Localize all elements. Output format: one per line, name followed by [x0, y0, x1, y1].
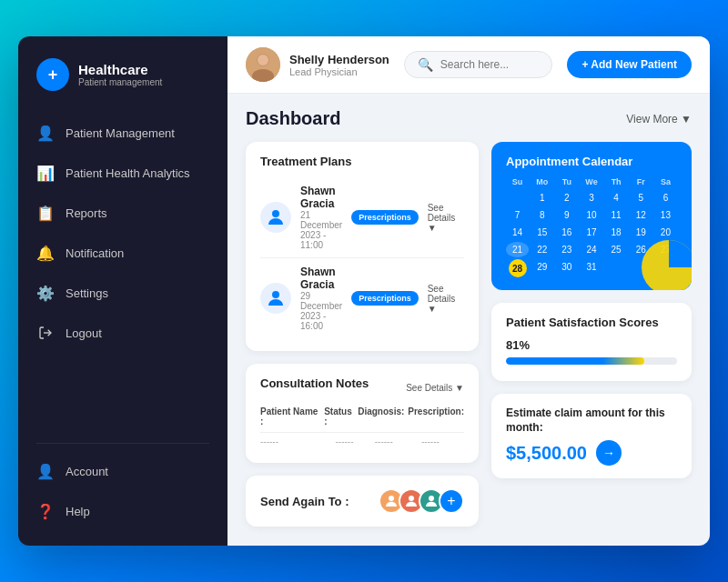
- calendar-day[interactable]: 14: [506, 225, 529, 240]
- see-details-link[interactable]: See Details ▼: [428, 284, 464, 314]
- reports-icon: 📋: [36, 204, 55, 222]
- day-tu: Tu: [555, 177, 578, 186]
- calendar-day[interactable]: 10: [580, 207, 602, 223]
- sidebar-item-patient-health-analytics[interactable]: 📊 Patient Health Analytics: [18, 153, 228, 193]
- col-prescription: Prescription:: [408, 406, 464, 426]
- logout-icon: [36, 324, 55, 342]
- help-icon: ❓: [36, 502, 55, 520]
- pie-decoration: [637, 236, 692, 290]
- treatment-plans-title: Treatment Plans: [260, 155, 464, 168]
- send-again-card: Send Again To : +: [246, 476, 479, 527]
- sidebar-item-label: Account: [66, 465, 108, 478]
- search-input[interactable]: [440, 58, 540, 71]
- logo-icon: +: [36, 58, 69, 91]
- day-su: Su: [506, 177, 529, 186]
- sidebar-item-logout[interactable]: Logout: [18, 313, 228, 353]
- see-details-link[interactable]: See Details ▼: [428, 203, 464, 233]
- calendar-day[interactable]: 6: [654, 190, 677, 206]
- send-again-label: Send Again To :: [260, 495, 369, 508]
- account-icon: 👤: [36, 462, 55, 480]
- svg-point-4: [258, 55, 268, 65]
- sidebar-item-reports[interactable]: 📋 Reports: [18, 193, 228, 233]
- svg-point-9: [429, 496, 434, 501]
- user-info: Shelly Henderson Lead Physician: [246, 47, 389, 82]
- calendar-day[interactable]: 12: [630, 207, 652, 223]
- col-diagnosis: Diagnosis:: [358, 406, 404, 426]
- calendar-header: Su Mo Tu We Th Fr Sa: [506, 177, 677, 186]
- search-icon: 🔍: [418, 57, 433, 72]
- patient-avatar: [260, 202, 291, 233]
- view-more-link[interactable]: View More ▼: [626, 113, 692, 125]
- sidebar-item-notification[interactable]: 🔔 Notification: [18, 233, 228, 273]
- calendar-day[interactable]: 3: [580, 190, 602, 206]
- col-status: Status :: [324, 406, 354, 426]
- sidebar-item-account[interactable]: 👤 Account: [18, 451, 228, 491]
- add-recipient-button[interactable]: +: [439, 488, 464, 514]
- calendar-day[interactable]: 22: [531, 242, 553, 257]
- calendar-day[interactable]: 4: [605, 190, 628, 206]
- calendar-day-highlighted[interactable]: 21: [506, 242, 529, 257]
- calendar-day[interactable]: 8: [531, 207, 553, 223]
- day-th: Th: [605, 177, 628, 186]
- sidebar-item-label: Settings: [66, 286, 108, 300]
- sidebar-item-label: Logout: [66, 326, 102, 340]
- table-row: Shawn Gracia 21 December 2023 - 11:00 Pr…: [260, 177, 464, 258]
- settings-icon: ⚙️: [36, 284, 55, 302]
- progress-bar: [506, 357, 677, 365]
- add-new-patient-button[interactable]: + Add New Patient: [567, 51, 692, 78]
- app-logo: + Healthcare Patient management: [18, 58, 228, 113]
- notes-columns: Patient Name : Status : Diagnosis: Presc…: [260, 406, 464, 433]
- patient-satisfaction-card: Patient Satisfaction Scores 81%: [491, 303, 692, 381]
- col-patient: Patient Name :: [260, 406, 320, 426]
- calendar-day[interactable]: 9: [555, 207, 578, 223]
- user-name: Shelly Henderson: [289, 53, 389, 66]
- nav-main: 👤 Patient Management 📊 Patient Health An…: [18, 113, 228, 436]
- patient-avatar: [260, 283, 291, 314]
- calendar-day[interactable]: 11: [605, 207, 628, 223]
- calendar-day[interactable]: 31: [580, 259, 602, 277]
- calendar-day[interactable]: 25: [605, 242, 628, 257]
- dashboard-title: Dashboard: [246, 108, 340, 129]
- calendar-day[interactable]: 16: [555, 225, 578, 240]
- calendar-day[interactable]: 24: [580, 242, 602, 257]
- calendar-day[interactable]: [506, 190, 529, 206]
- calendar-day[interactable]: 2: [555, 190, 578, 206]
- patient-name: Shawn Gracia: [300, 266, 342, 291]
- appointment-date: 29 December 2023 - 16:00: [300, 291, 342, 331]
- dashboard-grid: Treatment Plans Shawn Gracia 21 Decemb: [246, 142, 692, 527]
- satisfaction-title: Patient Satisfaction Scores: [506, 316, 677, 329]
- appointment-calendar-card: Appointment Calendar Su Mo Tu We Th Fr S…: [491, 142, 692, 290]
- main-content: Shelly Henderson Lead Physician 🔍 + Add …: [228, 36, 710, 546]
- calendar-day[interactable]: 18: [605, 225, 628, 240]
- treatment-plans-card: Treatment Plans Shawn Gracia 21 Decemb: [246, 142, 479, 351]
- calendar-day[interactable]: 7: [506, 207, 529, 223]
- svg-point-6: [272, 291, 279, 298]
- sidebar-item-settings[interactable]: ⚙️ Settings: [18, 273, 228, 313]
- prescription-badge: Prescriptions: [351, 291, 419, 306]
- calendar-day-today[interactable]: 28: [509, 259, 527, 277]
- search-bar: 🔍: [404, 51, 553, 78]
- calendar-day[interactable]: 29: [531, 259, 553, 277]
- calendar-day[interactable]: 30: [555, 259, 578, 277]
- sidebar-item-label: Reports: [66, 206, 107, 220]
- svg-point-8: [409, 496, 414, 501]
- calendar-day[interactable]: 15: [531, 225, 553, 240]
- calendar-day[interactable]: 1: [531, 190, 553, 206]
- appointment-date: 21 December 2023 - 11:00: [300, 210, 342, 250]
- consultation-notes-card: Consultation Notes See Details ▼ Patient…: [246, 364, 479, 463]
- calendar-day[interactable]: 5: [630, 190, 652, 206]
- calendar-day[interactable]: 13: [654, 207, 677, 223]
- estimate-arrow-button[interactable]: →: [596, 440, 622, 466]
- notification-icon: 🔔: [36, 244, 55, 262]
- calendar-day[interactable]: 17: [580, 225, 602, 240]
- sidebar-item-help[interactable]: ❓ Help: [18, 491, 228, 531]
- consultation-see-details[interactable]: See Details ▼: [406, 383, 464, 393]
- left-column: Treatment Plans Shawn Gracia 21 Decemb: [246, 142, 479, 527]
- calendar-day[interactable]: 23: [555, 242, 578, 257]
- sidebar-item-patient-management[interactable]: 👤 Patient Management: [18, 113, 228, 153]
- calendar-title: Appointment Calendar: [506, 155, 677, 168]
- consultation-notes-title: Consultation Notes: [260, 376, 369, 390]
- patient-management-icon: 👤: [36, 124, 55, 142]
- nav-bottom: 👤 Account ❓ Help: [18, 451, 228, 531]
- sidebar-item-label: Patient Health Analytics: [66, 166, 190, 180]
